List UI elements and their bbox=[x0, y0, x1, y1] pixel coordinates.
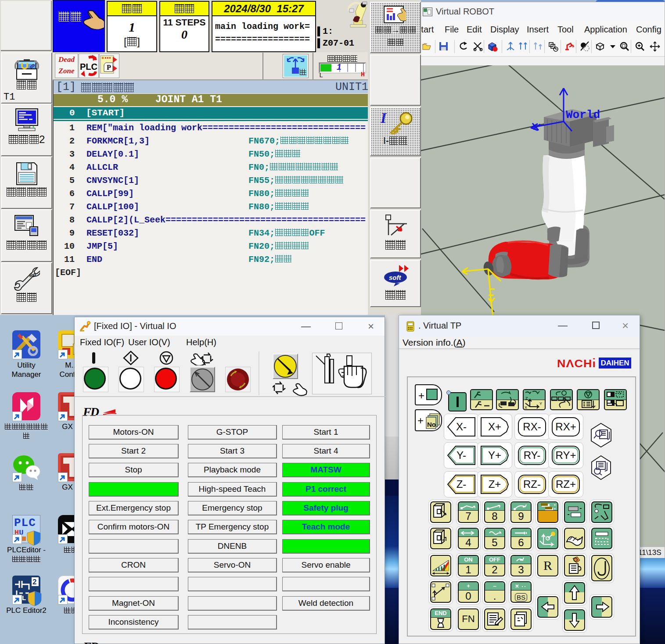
svg-text:Y: Y bbox=[539, 401, 542, 406]
svg-text:2: 2 bbox=[32, 578, 36, 586]
svg-text:soft: soft bbox=[389, 274, 402, 281]
svg-text:RX-: RX- bbox=[523, 421, 541, 433]
svg-text:Z: Z bbox=[525, 396, 528, 401]
svg-text:RY-: RY- bbox=[524, 449, 541, 461]
svg-text:No: No bbox=[427, 421, 436, 428]
svg-text:PLC: PLC bbox=[80, 62, 97, 72]
svg-text:RP: RP bbox=[29, 273, 36, 278]
svg-text:X: X bbox=[525, 405, 527, 409]
svg-text:World: World bbox=[566, 108, 600, 122]
svg-text:Y-: Y- bbox=[457, 449, 466, 461]
svg-text:RX+: RX+ bbox=[555, 421, 576, 433]
svg-text:P: P bbox=[107, 64, 111, 71]
svg-text:X-: X- bbox=[456, 421, 467, 433]
svg-text:Y+: Y+ bbox=[488, 449, 501, 461]
svg-text:RZ-: RZ- bbox=[523, 478, 541, 490]
svg-text:RZ+: RZ+ bbox=[556, 478, 576, 490]
svg-text:Z-: Z- bbox=[457, 478, 467, 490]
svg-text:RY+: RY+ bbox=[556, 449, 576, 461]
svg-text:Z+: Z+ bbox=[489, 478, 501, 490]
svg-text:X+: X+ bbox=[488, 421, 501, 433]
